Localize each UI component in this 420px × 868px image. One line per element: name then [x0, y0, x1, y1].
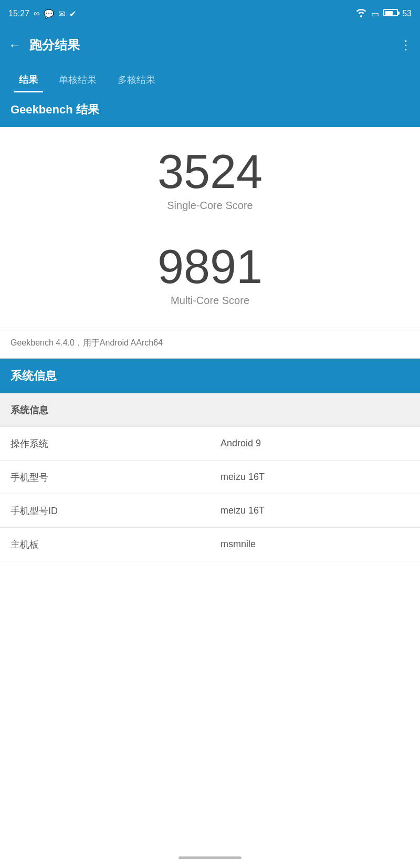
tab-single-core[interactable]: 单核结果: [48, 67, 107, 92]
os-value: Android 9: [210, 430, 420, 457]
table-row: 操作系统 Android 9: [0, 427, 420, 461]
motherboard-key: 主机板: [0, 530, 210, 559]
battery-icon: [383, 9, 398, 18]
sim-icon: ▭: [371, 9, 379, 19]
geekbench-version-info: Geekbench 4.4.0，用于Android AArch64: [0, 328, 420, 359]
bottom-spacer: [0, 561, 420, 614]
single-core-score-block: 3524 Single-Core Score: [10, 148, 410, 212]
single-core-value: 3524: [10, 148, 410, 195]
os-key: 操作系统: [0, 429, 210, 458]
nav-home-indicator: [178, 856, 242, 859]
page-title: 跑分结果: [29, 37, 400, 54]
motherboard-value: msmnile: [210, 530, 420, 558]
tab-results[interactable]: 结果: [8, 67, 48, 92]
table-row: 手机型号ID meizu 16T: [0, 494, 420, 528]
back-button[interactable]: ←: [8, 38, 21, 53]
multi-core-value: 9891: [10, 243, 410, 290]
system-info-header: 系统信息: [0, 359, 420, 393]
battery-level: 53: [402, 9, 412, 18]
system-info-table: 系统信息 操作系统 Android 9 手机型号 meizu 16T 手机型号I…: [0, 393, 420, 561]
score-spacer: [10, 212, 410, 243]
geekbench-section-header: Geekbench 结果: [0, 92, 420, 127]
sys-info-group-label: 系统信息: [0, 395, 210, 425]
tabs-bar: 结果 单核结果 多核结果: [0, 63, 420, 92]
single-core-label: Single-Core Score: [10, 200, 410, 212]
status-time: 15:27: [8, 9, 29, 18]
model-id-key: 手机型号ID: [0, 496, 210, 526]
status-right: ▭ 53: [355, 8, 412, 19]
multi-core-score-block: 9891 Multi-Core Score: [10, 243, 410, 307]
bottom-nav: [0, 847, 420, 868]
sys-info-group-row: 系统信息: [0, 393, 420, 427]
wifi-icon: [355, 8, 367, 19]
scores-section: 3524 Single-Core Score 9891 Multi-Core S…: [0, 127, 420, 328]
multi-core-label: Multi-Core Score: [10, 295, 410, 307]
check-icon: ✔: [69, 9, 76, 19]
table-row: 主机板 msmnile: [0, 528, 420, 561]
status-left: 15:27 ∞ 💬 ✉ ✔: [8, 9, 76, 19]
toolbar: ← 跑分结果 ⋮: [0, 27, 420, 63]
infinity-icon: ∞: [34, 9, 39, 18]
email-icon: ✉: [58, 9, 65, 19]
status-bar: 15:27 ∞ 💬 ✉ ✔ ▭ 53: [0, 0, 420, 27]
model-value: meizu 16T: [210, 463, 420, 491]
tab-multi-core[interactable]: 多核结果: [107, 67, 166, 92]
model-id-value: meizu 16T: [210, 497, 420, 525]
model-key: 手机型号: [0, 463, 210, 492]
table-row: 手机型号 meizu 16T: [0, 461, 420, 494]
chat-icon: 💬: [44, 9, 54, 19]
more-button[interactable]: ⋮: [400, 38, 412, 53]
